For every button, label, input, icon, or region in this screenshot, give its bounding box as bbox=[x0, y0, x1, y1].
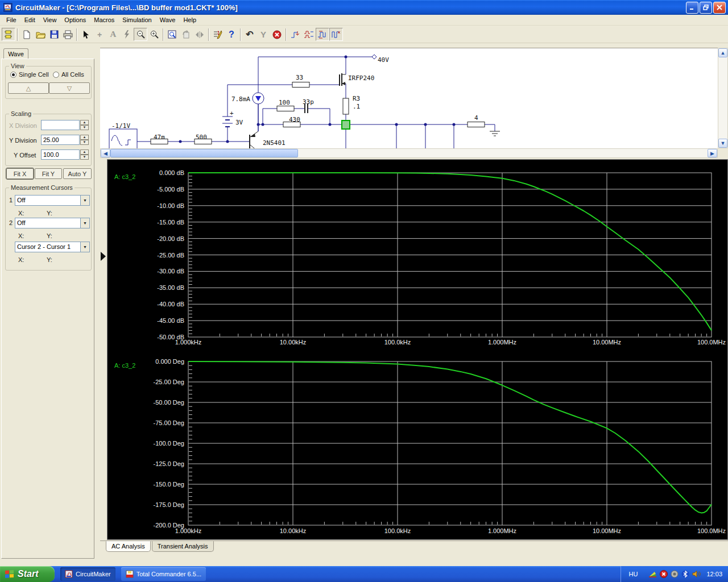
cursor-diff-select[interactable]: Cursor 2 - Cursor 1 ▼ bbox=[15, 242, 90, 252]
menu-view[interactable]: View bbox=[39, 15, 61, 24]
battery[interactable] bbox=[222, 117, 233, 127]
dropdown-arrow-icon[interactable]: ▼ bbox=[80, 196, 89, 205]
help-button[interactable]: ? bbox=[225, 28, 238, 41]
x-division-input[interactable] bbox=[41, 120, 80, 130]
auto-y-button[interactable]: Auto Y bbox=[63, 168, 92, 179]
zoom-out-tool-button[interactable] bbox=[134, 28, 147, 41]
menu-file[interactable]: File bbox=[2, 15, 20, 24]
cursor1-select[interactable]: Off ▼ bbox=[15, 195, 90, 206]
split-view-button[interactable] bbox=[193, 28, 206, 41]
task-total-commander[interactable]: Total Commander 6.5... bbox=[121, 567, 206, 581]
wave-plot-area[interactable]: A: c3_20.000 dB-5.000 dB-10.00 dB-15.00 … bbox=[107, 159, 728, 540]
tab-wave[interactable]: Wave bbox=[3, 48, 28, 59]
stop-icon bbox=[272, 30, 282, 39]
new-file-button[interactable] bbox=[20, 28, 34, 41]
start-button[interactable]: Start bbox=[0, 566, 55, 582]
minimize-button[interactable] bbox=[686, 2, 698, 14]
speaker-icon[interactable] bbox=[692, 570, 701, 578]
bode-magnitude-plot[interactable]: A: c3_20.000 dB-5.000 dB-10.00 dB-15.00 … bbox=[114, 169, 726, 346]
menu-help[interactable]: Help bbox=[179, 15, 200, 24]
menu-options[interactable]: Options bbox=[60, 15, 90, 24]
digital-waveform-4-button[interactable] bbox=[329, 28, 343, 41]
menu-macros[interactable]: Macros bbox=[90, 15, 118, 24]
menu-edit[interactable]: Edit bbox=[20, 15, 39, 24]
y-division-input[interactable]: 25.00 bbox=[41, 135, 80, 145]
waveform-4-icon bbox=[331, 30, 341, 39]
menu-simulation[interactable]: Simulation bbox=[118, 15, 155, 24]
zoom-in-icon bbox=[150, 30, 159, 39]
single-cell-radio[interactable]: Single Cell bbox=[10, 71, 49, 78]
x-division-spinner[interactable]: ▲▼ bbox=[80, 120, 89, 130]
undo-button[interactable]: ↶ bbox=[243, 28, 257, 41]
y-tick-label: -150.0 Deg bbox=[154, 481, 184, 488]
task-circuitmaker[interactable]: CircuitMaker bbox=[60, 567, 115, 581]
text-tool-button[interactable]: A bbox=[106, 28, 120, 41]
y-offset-spinner[interactable]: ▲▼ bbox=[80, 149, 89, 160]
schematic-canvas[interactable]: 40VIRFP240337.8mA10033p430R3.1+3V2N54014… bbox=[100, 48, 718, 148]
signal-source[interactable] bbox=[109, 129, 137, 148]
menu-wave[interactable]: Wave bbox=[156, 15, 180, 24]
digital-waveform-3-button[interactable] bbox=[316, 28, 329, 41]
transistor[interactable] bbox=[250, 104, 258, 148]
cursor-tool-button[interactable] bbox=[79, 28, 93, 41]
all-cells-radio[interactable]: All Cells bbox=[53, 71, 84, 78]
delete-tool-button[interactable] bbox=[120, 28, 134, 41]
component-label: 33p bbox=[303, 98, 314, 106]
cursor1-value: Off bbox=[15, 196, 80, 205]
y-tick-label: -45.00 dB bbox=[157, 317, 184, 324]
bluetooth-icon[interactable] bbox=[681, 570, 689, 578]
lightning-icon bbox=[123, 30, 130, 39]
security-alert-icon[interactable] bbox=[660, 570, 668, 578]
parts-browser-button[interactable] bbox=[2, 28, 15, 41]
view-area-button[interactable] bbox=[166, 28, 179, 41]
tab-transient-analysis[interactable]: Transient Analysis bbox=[152, 541, 214, 552]
print-button[interactable] bbox=[61, 28, 75, 41]
close-button[interactable] bbox=[713, 2, 726, 14]
open-file-button[interactable] bbox=[34, 28, 47, 41]
hscroll-thumb[interactable] bbox=[110, 149, 298, 157]
schematic-hscrollbar[interactable]: ◀ ▶ bbox=[100, 148, 718, 158]
cursor2-select[interactable]: Off ▼ bbox=[15, 218, 90, 228]
x-tick-label: 1.000kHz bbox=[175, 527, 201, 534]
language-indicator[interactable]: HU bbox=[629, 571, 638, 577]
tab-ac-analysis[interactable]: AC Analysis bbox=[106, 541, 151, 552]
rotate-part-button[interactable] bbox=[179, 28, 193, 41]
windows-logo-icon bbox=[5, 569, 15, 579]
triangle-down-icon: ▽ bbox=[67, 85, 72, 92]
supply-terminal[interactable] bbox=[372, 55, 377, 59]
restore-button[interactable] bbox=[700, 2, 712, 14]
new-file-icon bbox=[22, 30, 31, 39]
view-groupbox: View Single Cell All Cells △ ▽ bbox=[5, 66, 92, 99]
wave-panel-body: View Single Cell All Cells △ ▽ Scaling X… bbox=[1, 59, 94, 559]
fit-y-button[interactable]: Fit Y bbox=[35, 168, 62, 179]
y-division-spinner[interactable]: ▲▼ bbox=[80, 135, 89, 145]
current-source[interactable] bbox=[253, 93, 264, 104]
schematic-vscrollbar[interactable]: ▲ ▼ bbox=[718, 48, 728, 148]
taskbar-clock[interactable]: 12:03 bbox=[706, 571, 722, 577]
digital-waveform-1-button[interactable] bbox=[288, 28, 302, 41]
y-offset-input[interactable]: 100.0 bbox=[41, 149, 80, 160]
wire-tool-button[interactable]: + bbox=[93, 28, 106, 41]
bode-phase-plot[interactable]: A: c3_20.000 Deg-25.00 Deg-50.00 Deg-75.… bbox=[114, 358, 726, 534]
stop-simulation-button[interactable] bbox=[270, 28, 284, 41]
dropdown-arrow-icon[interactable]: ▼ bbox=[80, 242, 89, 252]
y-tick-label: 0.000 Deg bbox=[155, 358, 184, 365]
simulation-setup-button[interactable] bbox=[211, 28, 225, 41]
cell-down-button[interactable]: ▽ bbox=[49, 82, 90, 94]
y-tick-label: 0.000 dB bbox=[159, 169, 184, 176]
digital-waveform-2-button[interactable] bbox=[302, 28, 316, 41]
schematic-area: 40VIRFP240337.8mA10033p430R3.1+3V2N54014… bbox=[100, 48, 728, 158]
probe-node-marker[interactable] bbox=[342, 120, 350, 129]
fit-x-button[interactable]: Fit X bbox=[6, 168, 34, 179]
probe-tool-button[interactable]: Y bbox=[257, 28, 270, 41]
panel-collapse-handle[interactable] bbox=[101, 252, 106, 261]
save-file-button[interactable] bbox=[47, 28, 61, 41]
cell-up-button[interactable]: △ bbox=[8, 82, 49, 94]
graphics-utility-icon[interactable] bbox=[648, 570, 657, 578]
dropdown-arrow-icon[interactable]: ▼ bbox=[80, 218, 89, 228]
zoom-in-tool-button[interactable] bbox=[147, 28, 161, 41]
toolbar-separator bbox=[286, 28, 287, 41]
scaling-groupbox: Scaling X Division ▲▼ Y Division 25.00 ▲… bbox=[5, 114, 92, 166]
mosfet[interactable] bbox=[340, 73, 346, 86]
volume-settings-icon[interactable] bbox=[671, 570, 679, 578]
